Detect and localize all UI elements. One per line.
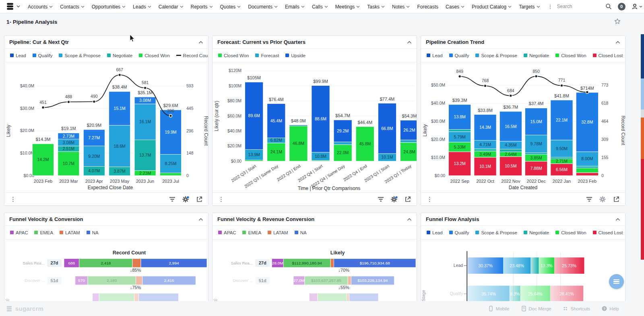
legend-item-qualify[interactable]: Qualify [449,230,469,235]
legend-item-na[interactable]: NA [87,230,99,235]
chart-canvas: LikelySales Rea...27d28.0M$112,990,180.9… [213,240,417,309]
svg-text:22.0M: 22.0M [337,151,349,155]
legend-item-scope-propose[interactable]: Scope & Propose [475,230,517,235]
filter-icon[interactable] [586,196,592,202]
legend-item-record-count[interactable]: Record Count [176,53,208,58]
search-icon[interactable] [605,3,612,10]
svg-text:7.27M: 7.27M [88,136,100,140]
filter-icon[interactable] [378,196,384,202]
legend-item-closed-won[interactable]: Closed Won [555,53,586,58]
collapse-chevron-up-icon[interactable] [615,218,620,221]
legend-item-apac[interactable]: APAC [218,230,236,235]
footer-link-shortcuts[interactable]: Shortcuts [563,306,590,312]
legend-item-latam[interactable]: LATAM [60,230,80,235]
legend-item-closed-lost[interactable]: Closed Lost [593,53,623,58]
svg-text:451: 451 [39,100,47,105]
nav-item-reports[interactable]: Reports [187,0,217,13]
card-kebab-menu-icon[interactable]: ⋮ [10,196,16,203]
chevron-down-icon [49,6,53,8]
svg-text:13.3%: 13.3% [541,264,553,268]
card-kebab-menu-icon[interactable]: ⋮ [427,196,433,203]
legend-item-upside[interactable]: Upside [285,53,305,58]
export-icon[interactable] [196,196,202,202]
footer-brand-text: sugarcrm [15,305,43,312]
legend-item-emea[interactable]: EMEA [242,230,261,235]
export-icon[interactable] [405,196,411,202]
nav-item-forecasts[interactable]: Forecasts [413,0,442,13]
nav-item-cases[interactable]: Cases [442,0,468,13]
legend-item-na[interactable]: NA [295,230,307,235]
search-input[interactable] [557,4,599,9]
legend-item-lead[interactable]: Lead [10,53,26,58]
chart-canvas: $40.0M$30.0M$20.0M$10.0M$0.0059344529614… [4,63,208,192]
legend-item-qualify[interactable]: Qualify [33,53,53,58]
legend-item-qualify[interactable]: Qualify [449,53,469,58]
gear-icon[interactable] [391,196,398,202]
nav-item-contacts[interactable]: Contacts [56,0,88,13]
legend-item-emea[interactable]: EMEA [34,230,53,235]
legend-item-closed-won[interactable]: Closed Won [139,53,169,58]
card-title: Forecast: Current vs Prior Quarters [217,39,305,45]
svg-text:$40.0M: $40.0M [227,129,242,133]
nav-item-documents[interactable]: Documents [244,0,281,13]
legend-swatch [255,54,259,57]
collapse-chevron-up-icon[interactable] [198,41,203,44]
legend-item-closed-won[interactable]: Closed Won [555,230,586,235]
gear-icon[interactable] [599,196,606,202]
collapse-chevron-up-icon[interactable] [198,218,203,221]
legend-swatch [268,231,271,234]
legend-item-closed-won[interactable]: Closed Won [218,53,249,58]
clipped-chart-sliver-segment [641,34,644,78]
collapse-chevron-up-icon[interactable] [407,41,412,44]
nav-item-product-catalog[interactable]: Product Catalog [468,0,515,13]
legend-swatch [218,231,222,234]
svg-text:$40.0M: $40.0M [431,101,445,105]
user-menu[interactable] [632,3,642,10]
nav-item-notes[interactable]: Notes [388,0,413,13]
chevron-down-icon [237,6,241,8]
svg-text:2022 Jan: 2022 Jan [553,179,571,184]
chart-card-pipeline-creation-trend: Pipeline Creation TrendLeadQualifyScope … [421,35,625,206]
floating-menu-button[interactable] [609,274,624,289]
notification-badge[interactable]: 0 [618,3,625,10]
legend-item-closed-lost[interactable]: Closed Lost [593,230,623,235]
legend-item-apac[interactable]: APAC [10,230,28,235]
legend-item-scope-propose[interactable]: Scope & Propose [59,53,101,58]
legend-item-forecast[interactable]: Forecast [255,53,279,58]
card-kebab-menu-icon[interactable]: ⋮ [218,196,224,203]
nav-item-opportunities[interactable]: Opportunities [88,0,129,13]
collapse-chevron-up-icon[interactable] [615,41,620,44]
nav-item-tasks[interactable]: Tasks [363,0,388,13]
top-navbar: AccountsContactsOpportunitiesLeadsCalend… [0,0,644,13]
collapse-chevron-up-icon[interactable] [407,218,412,221]
nav-item-quotes[interactable]: Quotes [217,0,245,13]
legend-item-negotiate[interactable]: Negotiate [524,53,549,58]
favorite-star-icon[interactable] [614,18,621,26]
svg-text:$99.9M: $99.9M [313,79,328,84]
legend-item-negotiate[interactable]: Negotiate [524,230,549,235]
svg-text:$80.0M: $80.0M [227,99,242,103]
nav-item-leads[interactable]: Leads [129,0,155,13]
nav-item-emails[interactable]: Emails [281,0,308,13]
gear-icon[interactable] [182,196,189,202]
legend-label: EMEA [248,230,261,235]
footer-link-doc-merge[interactable]: Doc Merge [521,306,551,312]
nav-item-meetings[interactable]: Meetings [332,0,364,13]
nav-item-calendar[interactable]: Calendar [155,0,187,13]
filter-icon[interactable] [169,196,175,202]
nav-item-accounts[interactable]: Accounts [24,0,56,13]
legend-item-lead[interactable]: Lead [427,230,443,235]
footer-link-mobile[interactable]: Mobile [488,306,510,312]
svg-text:16.1M: 16.1M [139,120,151,124]
nav-item-calls[interactable]: Calls [308,0,332,13]
nav-overflow-kebab-icon[interactable]: ⋮ [544,4,557,10]
legend-item-scope-propose[interactable]: Scope & Propose [475,53,517,58]
app-logo[interactable] [3,2,24,10]
footer-link-help[interactable]: ?Help [601,306,619,312]
legend-item-lead[interactable]: Lead [427,53,443,58]
export-icon[interactable] [613,196,619,202]
svg-text:13.9M: 13.9M [248,153,260,157]
legend-item-latam[interactable]: LATAM [268,230,288,235]
legend-item-negotiate[interactable]: Negotiate [107,53,132,58]
nav-item-targets[interactable]: Targets [515,0,543,13]
